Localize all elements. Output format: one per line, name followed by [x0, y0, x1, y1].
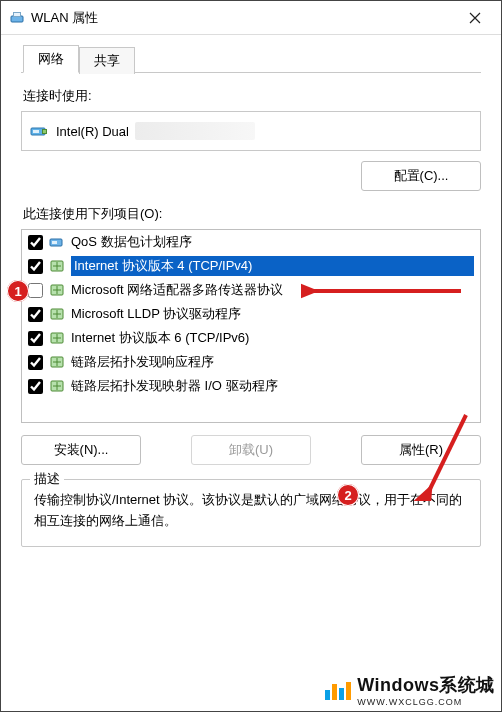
uninstall-button: 卸载(U) — [191, 435, 311, 465]
tab-sharing[interactable]: 共享 — [79, 47, 135, 74]
tab-strip: 网络 共享 — [21, 43, 481, 73]
list-item[interactable]: 链路层拓扑发现响应程序 — [22, 350, 480, 374]
protocol-icon — [49, 330, 65, 346]
list-item[interactable]: Microsoft LLDP 协议驱动程序 — [22, 302, 480, 326]
watermark-bars-icon — [325, 680, 351, 700]
description-legend: 描述 — [30, 470, 64, 488]
item-checkbox[interactable] — [28, 331, 43, 346]
item-checkbox[interactable] — [28, 307, 43, 322]
label-connect-using: 连接时使用: — [23, 87, 481, 105]
items-listbox[interactable]: QoS 数据包计划程序Internet 协议版本 4 (TCP/IPv4)Mic… — [21, 229, 481, 423]
protocol-icon — [49, 354, 65, 370]
install-button[interactable]: 安装(N)... — [21, 435, 141, 465]
close-button[interactable] — [453, 3, 497, 33]
svg-rect-6 — [52, 241, 57, 244]
label-items: 此连接使用下列项目(O): — [23, 205, 481, 223]
item-checkbox[interactable] — [28, 283, 43, 298]
watermark: Windows系统城 WWW.WXCLGG.COM — [325, 673, 495, 707]
adapter-icon — [30, 123, 48, 139]
item-label: 链路层拓扑发现响应程序 — [71, 353, 474, 371]
item-label: Internet 协议版本 6 (TCP/IPv6) — [71, 329, 474, 347]
window-title: WLAN 属性 — [31, 9, 453, 27]
protocol-icon — [49, 282, 65, 298]
list-item[interactable]: Internet 协议版本 6 (TCP/IPv6) — [22, 326, 480, 350]
adapter-box: Intel(R) Dual — [21, 111, 481, 151]
svg-rect-3 — [33, 130, 39, 133]
item-checkbox[interactable] — [28, 379, 43, 394]
item-label: Internet 协议版本 4 (TCP/IPv4) — [71, 256, 474, 276]
properties-button[interactable]: 属性(R) — [361, 435, 481, 465]
list-item[interactable]: QoS 数据包计划程序 — [22, 230, 480, 254]
list-item[interactable]: Microsoft 网络适配器多路传送器协议 — [22, 278, 480, 302]
service-icon — [49, 234, 65, 250]
list-item[interactable]: Internet 协议版本 4 (TCP/IPv4) — [22, 254, 480, 278]
description-group: 描述 传输控制协议/Internet 协议。该协议是默认的广域网络协议，用于在不… — [21, 479, 481, 547]
adapter-name: Intel(R) Dual — [56, 124, 129, 139]
configure-button[interactable]: 配置(C)... — [361, 161, 481, 191]
window: WLAN 属性 网络 共享 连接时使用: Intel(R) Dual 配置(C — [0, 0, 502, 712]
item-label: QoS 数据包计划程序 — [71, 233, 474, 251]
item-label: Microsoft LLDP 协议驱动程序 — [71, 305, 474, 323]
watermark-text: Windows系统城 WWW.WXCLGG.COM — [357, 673, 495, 707]
item-checkbox[interactable] — [28, 259, 43, 274]
svg-rect-4 — [43, 130, 47, 134]
titlebar: WLAN 属性 — [1, 1, 501, 35]
item-checkbox[interactable] — [28, 235, 43, 250]
tab-network[interactable]: 网络 — [23, 45, 79, 73]
adapter-name-hidden — [135, 122, 255, 140]
watermark-url: WWW.WXCLGG.COM — [357, 697, 495, 707]
client-area: 网络 共享 连接时使用: Intel(R) Dual 配置(C)... 此连接使… — [1, 35, 501, 557]
list-item[interactable]: 链路层拓扑发现映射器 I/O 驱动程序 — [22, 374, 480, 398]
svg-rect-1 — [14, 12, 21, 16]
description-text: 传输控制协议/Internet 协议。该协议是默认的广域网络协议，用于在不同的相… — [34, 490, 468, 532]
item-label: 链路层拓扑发现映射器 I/O 驱动程序 — [71, 377, 474, 395]
protocol-icon — [49, 306, 65, 322]
watermark-title: Windows系统城 — [357, 673, 495, 697]
protocol-icon — [49, 258, 65, 274]
protocol-icon — [49, 378, 65, 394]
item-checkbox[interactable] — [28, 355, 43, 370]
network-adapter-icon — [9, 10, 25, 26]
item-label: Microsoft 网络适配器多路传送器协议 — [71, 281, 474, 299]
